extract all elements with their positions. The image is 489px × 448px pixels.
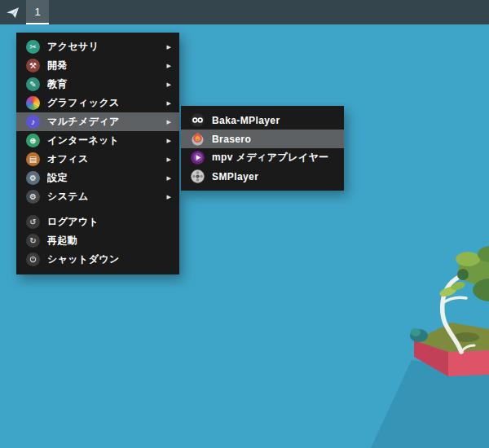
menu-item-settings[interactable]: ⚙設定▶ <box>16 169 179 187</box>
brasero-icon <box>191 132 205 146</box>
menu-item-label: アクセサリ <box>47 40 160 54</box>
menu-item-logout[interactable]: ↺ログアウト <box>16 213 179 231</box>
island-grass-top <box>414 323 489 352</box>
internet-icon: ⊕ <box>26 134 40 147</box>
menu-item-label: mpv メディアプレイヤー <box>212 151 336 165</box>
menu-item-label: グラフィックス <box>47 96 160 110</box>
menu-item-restart[interactable]: ↻再起動 <box>16 231 179 250</box>
shutdown-icon <box>26 253 40 266</box>
menu-item-system[interactable]: ⚙システム▶ <box>16 187 179 206</box>
education-icon: ✎ <box>26 77 40 91</box>
logout-icon: ↺ <box>26 215 40 229</box>
menu-item-accessories[interactable]: ✂アクセサリ▶ <box>16 37 179 56</box>
menu-item-label: 開発 <box>47 59 160 72</box>
island-rock-side <box>414 340 448 376</box>
chevron-right-icon: ▶ <box>167 44 171 51</box>
baka-mplayer-icon <box>191 113 205 127</box>
chevron-right-icon: ▶ <box>167 81 171 88</box>
menu-item-label: シャットダウン <box>47 253 171 266</box>
application-menu: ✂アクセサリ▶⚒開発▶✎教育▶グラフィックス▶♪マルチメディア▶⊕インターネット… <box>16 33 179 275</box>
chevron-right-icon: ▶ <box>167 194 171 200</box>
app-menu-button[interactable] <box>0 0 24 24</box>
menu-item-label: SMPlayer <box>212 171 336 182</box>
submenu-item-brasero[interactable]: Brasero <box>181 130 344 148</box>
menu-action-list: ↺ログアウト↻再起動シャットダウン <box>16 213 179 269</box>
tree-foliage <box>458 257 489 284</box>
menu-item-label: Brasero <box>212 134 336 145</box>
menu-item-label: 教育 <box>47 77 160 91</box>
office-icon: ▤ <box>26 152 40 166</box>
paper-plane-icon <box>6 6 20 20</box>
submenu-item-baka-mplayer[interactable]: Baka-MPlayer <box>181 111 344 130</box>
chevron-right-icon: ▶ <box>167 138 171 144</box>
menu-item-label: オフィス <box>47 152 160 166</box>
menu-item-education[interactable]: ✎教育▶ <box>16 75 179 94</box>
multimedia-submenu: Baka-MPlayerBraserompv メディアプレイヤーSMPlayer <box>181 106 344 191</box>
menu-item-label: 再起動 <box>47 234 171 248</box>
submenu-item-mpv[interactable]: mpv メディアプレイヤー <box>181 148 344 167</box>
bush <box>410 329 428 342</box>
menu-item-multimedia[interactable]: ♪マルチメディア▶ <box>16 112 179 131</box>
island-shadow <box>371 360 489 448</box>
menu-item-label: マルチメディア <box>47 115 160 129</box>
settings-icon: ⚙ <box>26 171 40 185</box>
chevron-right-icon: ▶ <box>167 100 171 107</box>
workspace-button[interactable]: 1 <box>26 0 49 24</box>
chevron-right-icon: ▶ <box>167 119 171 125</box>
multimedia-icon: ♪ <box>26 115 40 129</box>
graphics-icon <box>26 96 40 110</box>
restart-icon: ↻ <box>26 234 40 248</box>
system-icon: ⚙ <box>26 190 40 204</box>
menu-item-office[interactable]: ▤オフィス▶ <box>16 150 179 169</box>
tree-trunk <box>443 275 465 352</box>
top-panel: 1 <box>0 0 489 24</box>
menu-item-label: システム <box>47 190 160 204</box>
menu-separator <box>16 206 179 213</box>
chevron-right-icon: ▶ <box>167 63 171 69</box>
submenu-item-list: Baka-MPlayerBraserompv メディアプレイヤーSMPlayer <box>181 111 344 186</box>
menu-category-list: ✂アクセサリ▶⚒開発▶✎教育▶グラフィックス▶♪マルチメディア▶⊕インターネット… <box>16 37 179 206</box>
menu-item-graphics[interactable]: グラフィックス▶ <box>16 94 179 112</box>
island-rock-front <box>414 340 489 376</box>
accessories-icon: ✂ <box>26 40 40 54</box>
menu-item-internet[interactable]: ⊕インターネット▶ <box>16 131 179 150</box>
menu-item-development[interactable]: ⚒開発▶ <box>16 56 179 75</box>
development-icon: ⚒ <box>26 59 40 72</box>
smplayer-icon <box>191 169 205 183</box>
menu-item-label: Baka-MPlayer <box>212 115 336 126</box>
chevron-right-icon: ▶ <box>167 156 171 163</box>
chevron-right-icon: ▶ <box>167 175 171 182</box>
submenu-item-smplayer[interactable]: SMPlayer <box>181 167 344 186</box>
menu-item-label: ログアウト <box>47 215 171 229</box>
menu-item-label: 設定 <box>47 171 160 185</box>
mpv-icon <box>191 151 205 165</box>
wallpaper-island-illustration <box>367 236 489 448</box>
menu-item-shutdown[interactable]: シャットダウン <box>16 250 179 269</box>
menu-item-label: インターネット <box>47 134 160 147</box>
